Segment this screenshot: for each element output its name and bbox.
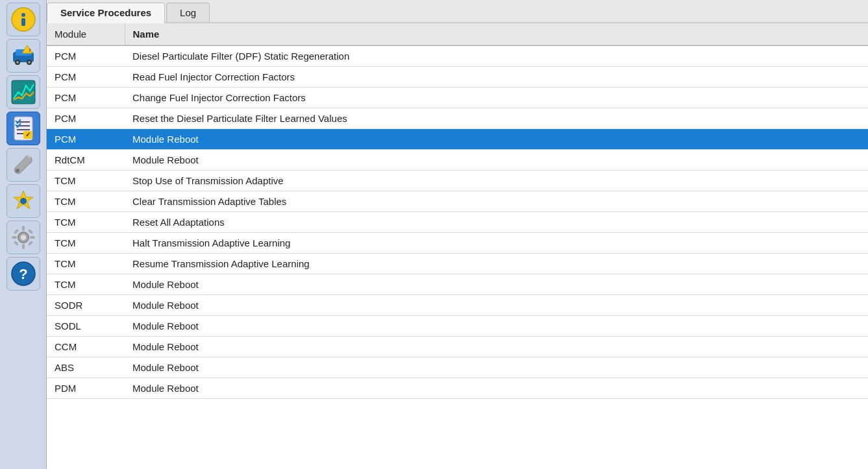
table-row[interactable]: PCMModule Reboot: [47, 129, 868, 150]
cell-name: Change Fuel Injector Correction Factors: [125, 88, 868, 108]
cell-name: Module Reboot: [125, 150, 868, 171]
cell-module: CCM: [47, 337, 125, 357]
cell-name: Resume Transmission Adaptive Learning: [125, 254, 868, 274]
cell-module: PDM: [47, 378, 125, 399]
help-icon[interactable]: ?: [6, 257, 40, 291]
cell-module: SODL: [47, 316, 125, 337]
cell-module: SODR: [47, 295, 125, 316]
table-row[interactable]: TCMReset All Adaptations: [47, 212, 868, 233]
tab-service-procedures[interactable]: Service Procedures: [47, 3, 165, 23]
table-row[interactable]: TCMHalt Transmission Adaptive Learning: [47, 233, 868, 254]
column-header-module: Module: [47, 23, 125, 45]
table-row[interactable]: ABSModule Reboot: [47, 357, 868, 378]
svg-text:?: ?: [19, 266, 27, 282]
table-row[interactable]: CCMModule Reboot: [47, 337, 868, 357]
cell-module: PCM: [47, 88, 125, 108]
special-functions-icon[interactable]: [6, 184, 40, 218]
graph-icon[interactable]: [6, 75, 40, 109]
table-row[interactable]: TCMClear Transmission Adaptive Tables: [47, 191, 868, 212]
table-row[interactable]: RdtCMModule Reboot: [47, 150, 868, 171]
svg-point-19: [16, 169, 19, 173]
svg-rect-2: [21, 18, 25, 26]
sidebar: ! ✓: [0, 0, 47, 469]
table-row[interactable]: PDMModule Reboot: [47, 378, 868, 399]
main-content: Service Procedures Log Module Name PCMDi…: [47, 0, 868, 469]
wrench-icon[interactable]: [6, 148, 40, 182]
cell-name: Read Fuel Injector Correction Factors: [125, 67, 868, 88]
svg-rect-28: [30, 236, 35, 239]
cell-name: Module Reboot: [125, 295, 868, 316]
cell-module: TCM: [47, 254, 125, 274]
svg-rect-27: [12, 236, 17, 239]
table-row[interactable]: SODRModule Reboot: [47, 295, 868, 316]
svg-text:!: !: [29, 47, 31, 53]
svg-point-22: [20, 198, 27, 204]
cell-name: Module Reboot: [125, 274, 868, 295]
cell-module: TCM: [47, 191, 125, 212]
cell-module: TCM: [47, 274, 125, 295]
cell-name: Module Reboot: [125, 357, 868, 378]
cell-module: TCM: [47, 212, 125, 233]
info-icon[interactable]: [6, 3, 40, 36]
cell-name: Stop Use of Transmission Adaptive: [125, 171, 868, 191]
svg-rect-25: [22, 226, 25, 231]
cell-name: Reset All Adaptations: [125, 212, 868, 233]
table-row[interactable]: PCMRead Fuel Injector Correction Factors: [47, 67, 868, 88]
svg-rect-26: [22, 244, 25, 249]
cell-name: Halt Transmission Adaptive Learning: [125, 233, 868, 254]
settings-icon[interactable]: [6, 221, 40, 254]
tab-bar: Service Procedures Log: [47, 0, 868, 23]
cell-name: Reset the Diesel Particulate Filter Lear…: [125, 108, 868, 129]
cell-module: TCM: [47, 233, 125, 254]
cell-module: PCM: [47, 67, 125, 88]
cell-name: Module Reboot: [125, 316, 868, 337]
cell-name: Module Reboot: [125, 337, 868, 357]
dtc-icon[interactable]: !: [6, 39, 40, 73]
cell-name: Clear Transmission Adaptive Tables: [125, 191, 868, 212]
cell-module: PCM: [47, 129, 125, 150]
svg-rect-30: [27, 229, 32, 234]
cell-module: PCM: [47, 45, 125, 67]
table-row[interactable]: SODLModule Reboot: [47, 316, 868, 337]
svg-text:✓: ✓: [25, 131, 31, 138]
table-row[interactable]: TCMResume Transmission Adaptive Learning: [47, 254, 868, 274]
cell-name: Module Reboot: [125, 378, 868, 399]
table-row[interactable]: TCMStop Use of Transmission Adaptive: [47, 171, 868, 191]
table-row[interactable]: PCMDiesel Particulate Filter (DPF) Stati…: [47, 45, 868, 67]
table-row[interactable]: TCMModule Reboot: [47, 274, 868, 295]
svg-rect-29: [13, 229, 18, 234]
svg-point-1: [21, 13, 25, 17]
svg-point-24: [21, 235, 26, 240]
svg-rect-32: [27, 241, 32, 246]
cell-module: RdtCM: [47, 150, 125, 171]
svg-rect-31: [13, 241, 18, 246]
cell-module: PCM: [47, 108, 125, 129]
svg-point-7: [16, 61, 19, 64]
service-checklist-icon[interactable]: ✓: [6, 112, 40, 145]
tab-log[interactable]: Log: [166, 3, 210, 22]
table-row[interactable]: PCMReset the Diesel Particulate Filter L…: [47, 108, 868, 129]
table-row[interactable]: PCMChange Fuel Injector Correction Facto…: [47, 88, 868, 108]
cell-name: Module Reboot: [125, 129, 868, 150]
svg-point-8: [28, 61, 31, 64]
service-procedures-table: Module Name PCMDiesel Particulate Filter…: [47, 23, 868, 469]
cell-name: Diesel Particulate Filter (DPF) Static R…: [125, 45, 868, 67]
cell-module: TCM: [47, 171, 125, 191]
column-header-name: Name: [125, 23, 868, 45]
cell-module: ABS: [47, 357, 125, 378]
